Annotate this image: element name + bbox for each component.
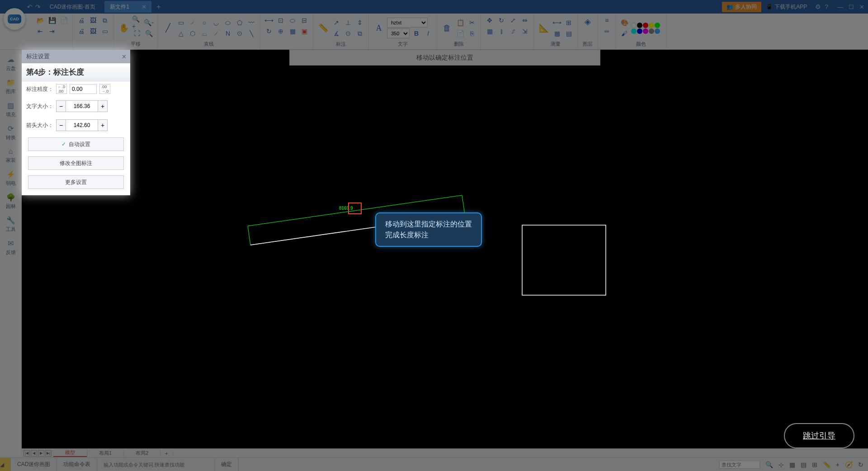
dim4-icon[interactable]: ∡ [331,28,341,38]
tab-add-icon[interactable]: ＋ [155,2,162,12]
sidebar-cloud[interactable]: ☁云盘 [6,55,16,72]
maximize-icon[interactable]: ☐ [849,4,854,10]
meas3-icon[interactable]: ▦ [552,28,562,38]
tab-close-icon[interactable]: ✕ [142,4,146,10]
snap-icon[interactable]: ⊹ [778,461,784,468]
circle-icon[interactable]: ○ [199,18,209,28]
pan-hand-icon[interactable]: ✋ [118,22,130,34]
delete-tool-icon[interactable]: 🗑 [441,22,453,34]
shape7-icon[interactable]: ╲ [246,28,256,38]
new-icon[interactable]: 📄 [59,15,69,25]
redo-icon[interactable]: ↷ [35,3,41,10]
line-tool-icon[interactable]: ╱ [161,22,174,34]
ruler-icon[interactable]: 📏 [823,461,830,468]
screenshot-icon[interactable]: ⧉ [100,15,110,25]
text-tool-icon[interactable]: A [373,22,385,34]
tab-file-active[interactable]: 新文件1 ✕ [104,1,151,13]
sidebar-garden[interactable]: 🌳园林 [6,193,16,210]
measure-tool-icon[interactable]: 📐 [538,22,550,34]
skip-tutorial-button[interactable]: 跳过引导 [784,423,854,448]
drawing-canvas[interactable]: 移动以确定标注位置 [22,50,868,457]
color-palette[interactable] [631,23,663,34]
panel-header[interactable]: 标注设置 ✕ [22,50,130,63]
dim3-icon[interactable]: ⇕ [355,18,365,28]
shape5-icon[interactable]: N [223,28,233,38]
dim6-icon[interactable]: ⧉ [355,28,365,38]
font-name-select[interactable]: hztxt [387,18,428,28]
zoom-window-icon[interactable]: 🔍 [144,28,154,38]
bold-icon[interactable]: B [411,28,421,38]
line-weight-icon[interactable]: ═ [602,26,612,36]
status-app-icon[interactable]: ◢ [0,458,11,471]
edit7-icon[interactable]: ▦ [288,26,297,36]
align-icon[interactable]: ⎎ [508,26,518,36]
shape4-icon[interactable]: ⟋ [211,28,221,38]
image2-icon[interactable]: 🖼 [88,26,98,36]
italic-icon[interactable]: I [423,28,433,38]
sidebar-electric[interactable]: ⚡弱电 [6,170,16,187]
edit8-icon[interactable]: ▣ [299,26,309,36]
auto-set-button[interactable]: ✓ 自动设置 [28,137,124,151]
shape3-icon[interactable]: ⌓ [199,28,209,38]
edit5-icon[interactable]: ↻ [264,26,274,36]
text-size-minus-button[interactable]: − [56,100,66,112]
edit3-icon[interactable]: ⬭ [288,15,297,25]
precision-input[interactable] [70,84,97,94]
save-icon[interactable]: 💾 [47,15,57,25]
grid-icon[interactable]: ▦ [789,461,795,468]
text-size-input[interactable] [66,100,98,112]
move-icon[interactable]: ✥ [485,15,495,25]
stretch-icon[interactable]: ⇲ [520,26,530,36]
arrow-size-input[interactable] [66,119,98,131]
import-icon[interactable]: ⇤ [35,26,45,36]
modify-all-button[interactable]: 修改全图标注 [28,156,124,170]
settings-icon[interactable]: ⚙ [815,3,821,10]
zoom-fit-icon[interactable]: ⛶ [132,28,142,38]
text-size-plus-button[interactable]: + [98,100,108,112]
help-icon[interactable]: ? [825,3,828,10]
cut-icon[interactable]: ✂ [467,18,477,28]
ellipse-icon[interactable]: ⬭ [223,18,233,28]
zoom-in-icon[interactable]: 🔍+ [132,18,142,28]
app-logo[interactable]: CAD [4,8,25,30]
tab-nav-last-icon[interactable]: ▶| [45,450,52,457]
mirror-icon[interactable]: ⇔ [520,15,530,25]
paint-icon[interactable]: 🖌 [619,28,629,38]
shape1-icon[interactable]: △ [176,28,186,38]
rotate-icon[interactable]: ↻ [496,15,506,25]
command-input[interactable] [104,462,194,467]
dim2-icon[interactable]: ⊥ [343,18,353,28]
frame-icon[interactable]: ▭ [100,26,110,36]
paste-icon[interactable]: 📄 [455,28,465,38]
compass-icon[interactable]: 🧭 [845,461,853,468]
clip-icon[interactable]: ⎘ [467,28,477,38]
sidebar-home-decor[interactable]: ⌂家装 [6,147,16,164]
dim1-icon[interactable]: ↗ [331,18,341,28]
arrow-size-plus-button[interactable]: + [98,119,108,131]
color-wheel-icon[interactable]: 🎨 [619,18,629,28]
arc-icon[interactable]: ◡ [211,18,221,28]
layout-tab-layout1[interactable]: 布局1 [87,450,124,457]
polyline-icon[interactable]: ⟋ [188,18,198,28]
layer-tool-icon[interactable]: ◈ [581,15,594,28]
ortho-icon[interactable]: ⊞ [812,461,817,468]
meas2-icon[interactable]: ⊞ [564,18,574,28]
edit1-icon[interactable]: ⟷ [264,15,274,25]
sidebar-convert[interactable]: ⟳转换 [6,124,16,141]
annotate-tool-icon[interactable]: 📏 [317,22,330,34]
tab-nav-first-icon[interactable]: |◀ [24,450,30,457]
tab-nav-prev-icon[interactable]: ◀ [31,450,37,457]
image-icon[interactable]: 🖼 [88,15,98,25]
zoom-out-icon[interactable]: 🔍- [144,18,154,28]
meas4-icon[interactable]: ▤ [564,28,574,38]
sidebar-feedback[interactable]: ✉反馈 [6,239,16,256]
grid2-icon[interactable]: ▤ [801,461,807,468]
line-style-icon[interactable]: ≡ [602,15,612,25]
search-icon[interactable]: 🔍 [765,461,773,468]
print2-icon[interactable]: 🖨 [76,26,86,36]
layout-tab-layout2[interactable]: 布局2 [124,450,160,457]
confirm-button[interactable]: 确定 [215,458,239,471]
refresh-icon[interactable]: ↻ [858,461,863,468]
layout-tab-model[interactable]: 模型 [53,449,87,457]
edit2-icon[interactable]: ⊡ [276,15,286,25]
